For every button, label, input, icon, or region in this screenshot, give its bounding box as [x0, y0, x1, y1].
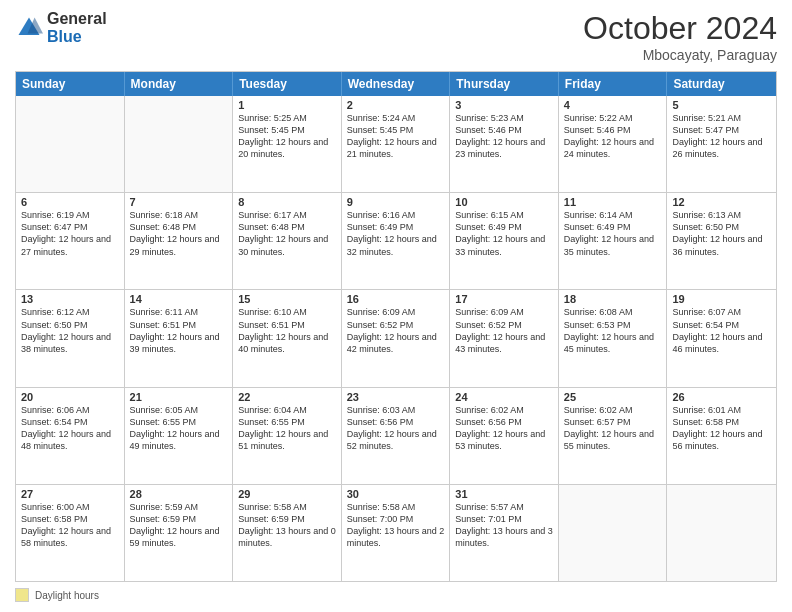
- day-number: 25: [564, 391, 662, 403]
- day-cell-19: 19Sunrise: 6:07 AM Sunset: 6:54 PM Dayli…: [667, 290, 776, 386]
- day-number: 11: [564, 196, 662, 208]
- day-cell-3: 3Sunrise: 5:23 AM Sunset: 5:46 PM Daylig…: [450, 96, 559, 192]
- day-info: Sunrise: 5:24 AM Sunset: 5:45 PM Dayligh…: [347, 112, 445, 161]
- day-info: Sunrise: 6:12 AM Sunset: 6:50 PM Dayligh…: [21, 306, 119, 355]
- day-info: Sunrise: 6:18 AM Sunset: 6:48 PM Dayligh…: [130, 209, 228, 258]
- day-info: Sunrise: 6:19 AM Sunset: 6:47 PM Dayligh…: [21, 209, 119, 258]
- day-number: 20: [21, 391, 119, 403]
- calendar-body: 1Sunrise: 5:25 AM Sunset: 5:45 PM Daylig…: [16, 96, 776, 581]
- day-info: Sunrise: 6:09 AM Sunset: 6:52 PM Dayligh…: [455, 306, 553, 355]
- day-header-wednesday: Wednesday: [342, 72, 451, 96]
- day-header-friday: Friday: [559, 72, 668, 96]
- logo-general-text: General: [47, 10, 107, 28]
- day-cell-8: 8Sunrise: 6:17 AM Sunset: 6:48 PM Daylig…: [233, 193, 342, 289]
- day-info: Sunrise: 6:08 AM Sunset: 6:53 PM Dayligh…: [564, 306, 662, 355]
- month-title: October 2024: [583, 10, 777, 47]
- day-cell-25: 25Sunrise: 6:02 AM Sunset: 6:57 PM Dayli…: [559, 388, 668, 484]
- day-cell-22: 22Sunrise: 6:04 AM Sunset: 6:55 PM Dayli…: [233, 388, 342, 484]
- day-info: Sunrise: 6:17 AM Sunset: 6:48 PM Dayligh…: [238, 209, 336, 258]
- day-number: 29: [238, 488, 336, 500]
- day-number: 28: [130, 488, 228, 500]
- day-info: Sunrise: 6:03 AM Sunset: 6:56 PM Dayligh…: [347, 404, 445, 453]
- day-info: Sunrise: 6:02 AM Sunset: 6:56 PM Dayligh…: [455, 404, 553, 453]
- day-cell-15: 15Sunrise: 6:10 AM Sunset: 6:51 PM Dayli…: [233, 290, 342, 386]
- day-info: Sunrise: 5:58 AM Sunset: 7:00 PM Dayligh…: [347, 501, 445, 550]
- day-number: 26: [672, 391, 771, 403]
- day-number: 31: [455, 488, 553, 500]
- day-number: 3: [455, 99, 553, 111]
- day-header-sunday: Sunday: [16, 72, 125, 96]
- empty-cell: [667, 485, 776, 581]
- calendar: SundayMondayTuesdayWednesdayThursdayFrid…: [15, 71, 777, 582]
- day-info: Sunrise: 5:25 AM Sunset: 5:45 PM Dayligh…: [238, 112, 336, 161]
- day-cell-21: 21Sunrise: 6:05 AM Sunset: 6:55 PM Dayli…: [125, 388, 234, 484]
- day-cell-14: 14Sunrise: 6:11 AM Sunset: 6:51 PM Dayli…: [125, 290, 234, 386]
- day-info: Sunrise: 6:15 AM Sunset: 6:49 PM Dayligh…: [455, 209, 553, 258]
- daylight-legend-box: [15, 588, 29, 602]
- day-cell-29: 29Sunrise: 5:58 AM Sunset: 6:59 PM Dayli…: [233, 485, 342, 581]
- day-cell-24: 24Sunrise: 6:02 AM Sunset: 6:56 PM Dayli…: [450, 388, 559, 484]
- day-cell-31: 31Sunrise: 5:57 AM Sunset: 7:01 PM Dayli…: [450, 485, 559, 581]
- day-cell-2: 2Sunrise: 5:24 AM Sunset: 5:45 PM Daylig…: [342, 96, 451, 192]
- calendar-header: SundayMondayTuesdayWednesdayThursdayFrid…: [16, 72, 776, 96]
- empty-cell: [125, 96, 234, 192]
- day-number: 27: [21, 488, 119, 500]
- calendar-week-2: 6Sunrise: 6:19 AM Sunset: 6:47 PM Daylig…: [16, 193, 776, 290]
- day-header-monday: Monday: [125, 72, 234, 96]
- empty-cell: [16, 96, 125, 192]
- day-number: 9: [347, 196, 445, 208]
- day-info: Sunrise: 6:06 AM Sunset: 6:54 PM Dayligh…: [21, 404, 119, 453]
- day-info: Sunrise: 6:07 AM Sunset: 6:54 PM Dayligh…: [672, 306, 771, 355]
- day-number: 30: [347, 488, 445, 500]
- title-area: October 2024 Mbocayaty, Paraguay: [583, 10, 777, 63]
- day-cell-1: 1Sunrise: 5:25 AM Sunset: 5:45 PM Daylig…: [233, 96, 342, 192]
- day-cell-4: 4Sunrise: 5:22 AM Sunset: 5:46 PM Daylig…: [559, 96, 668, 192]
- day-cell-30: 30Sunrise: 5:58 AM Sunset: 7:00 PM Dayli…: [342, 485, 451, 581]
- day-number: 8: [238, 196, 336, 208]
- logo-icon: [15, 14, 43, 42]
- day-number: 23: [347, 391, 445, 403]
- header: General Blue October 2024 Mbocayaty, Par…: [15, 10, 777, 63]
- day-info: Sunrise: 5:58 AM Sunset: 6:59 PM Dayligh…: [238, 501, 336, 550]
- day-number: 12: [672, 196, 771, 208]
- day-cell-17: 17Sunrise: 6:09 AM Sunset: 6:52 PM Dayli…: [450, 290, 559, 386]
- day-number: 15: [238, 293, 336, 305]
- day-cell-9: 9Sunrise: 6:16 AM Sunset: 6:49 PM Daylig…: [342, 193, 451, 289]
- logo: General Blue: [15, 10, 107, 45]
- day-info: Sunrise: 5:59 AM Sunset: 6:59 PM Dayligh…: [130, 501, 228, 550]
- day-cell-27: 27Sunrise: 6:00 AM Sunset: 6:58 PM Dayli…: [16, 485, 125, 581]
- day-info: Sunrise: 6:10 AM Sunset: 6:51 PM Dayligh…: [238, 306, 336, 355]
- day-info: Sunrise: 6:02 AM Sunset: 6:57 PM Dayligh…: [564, 404, 662, 453]
- day-number: 14: [130, 293, 228, 305]
- day-number: 21: [130, 391, 228, 403]
- day-cell-10: 10Sunrise: 6:15 AM Sunset: 6:49 PM Dayli…: [450, 193, 559, 289]
- day-cell-5: 5Sunrise: 5:21 AM Sunset: 5:47 PM Daylig…: [667, 96, 776, 192]
- day-cell-28: 28Sunrise: 5:59 AM Sunset: 6:59 PM Dayli…: [125, 485, 234, 581]
- day-number: 7: [130, 196, 228, 208]
- calendar-week-3: 13Sunrise: 6:12 AM Sunset: 6:50 PM Dayli…: [16, 290, 776, 387]
- day-info: Sunrise: 6:01 AM Sunset: 6:58 PM Dayligh…: [672, 404, 771, 453]
- calendar-week-1: 1Sunrise: 5:25 AM Sunset: 5:45 PM Daylig…: [16, 96, 776, 193]
- day-cell-13: 13Sunrise: 6:12 AM Sunset: 6:50 PM Dayli…: [16, 290, 125, 386]
- day-info: Sunrise: 6:09 AM Sunset: 6:52 PM Dayligh…: [347, 306, 445, 355]
- day-header-tuesday: Tuesday: [233, 72, 342, 96]
- day-cell-16: 16Sunrise: 6:09 AM Sunset: 6:52 PM Dayli…: [342, 290, 451, 386]
- day-info: Sunrise: 6:11 AM Sunset: 6:51 PM Dayligh…: [130, 306, 228, 355]
- day-info: Sunrise: 6:00 AM Sunset: 6:58 PM Dayligh…: [21, 501, 119, 550]
- day-info: Sunrise: 6:05 AM Sunset: 6:55 PM Dayligh…: [130, 404, 228, 453]
- logo-blue-text: Blue: [47, 28, 107, 46]
- day-info: Sunrise: 5:21 AM Sunset: 5:47 PM Dayligh…: [672, 112, 771, 161]
- daylight-label: Daylight hours: [35, 590, 99, 601]
- day-cell-11: 11Sunrise: 6:14 AM Sunset: 6:49 PM Dayli…: [559, 193, 668, 289]
- day-cell-6: 6Sunrise: 6:19 AM Sunset: 6:47 PM Daylig…: [16, 193, 125, 289]
- day-number: 16: [347, 293, 445, 305]
- day-cell-12: 12Sunrise: 6:13 AM Sunset: 6:50 PM Dayli…: [667, 193, 776, 289]
- day-header-thursday: Thursday: [450, 72, 559, 96]
- day-cell-26: 26Sunrise: 6:01 AM Sunset: 6:58 PM Dayli…: [667, 388, 776, 484]
- day-number: 6: [21, 196, 119, 208]
- day-cell-7: 7Sunrise: 6:18 AM Sunset: 6:48 PM Daylig…: [125, 193, 234, 289]
- day-info: Sunrise: 5:22 AM Sunset: 5:46 PM Dayligh…: [564, 112, 662, 161]
- day-number: 2: [347, 99, 445, 111]
- footer: Daylight hours: [15, 588, 777, 602]
- day-header-saturday: Saturday: [667, 72, 776, 96]
